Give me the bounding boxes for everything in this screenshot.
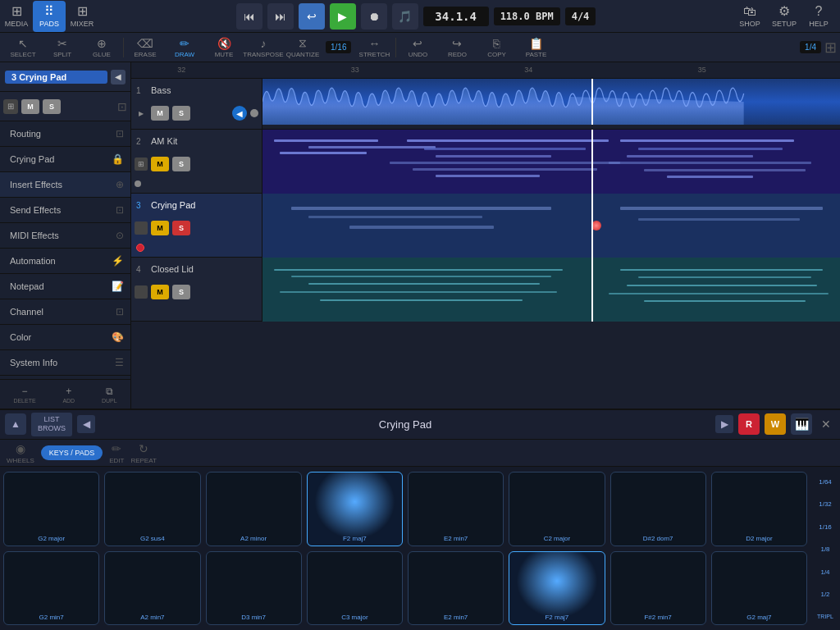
track-play-bass[interactable]: ▶: [135, 107, 148, 120]
mixer-button[interactable]: ⊞ MIXER: [66, 1, 98, 32]
sidebar-item-crying-pad[interactable]: Crying Pad 🔒: [0, 147, 130, 172]
help-button[interactable]: ? HELP: [802, 1, 835, 32]
pad-c3major[interactable]: C3 major: [307, 551, 403, 625]
metronome-button[interactable]: 🎵: [392, 3, 418, 30]
sidebar-item-system-info[interactable]: System Info ☰: [0, 350, 130, 376]
grid-value[interactable]: 1/4: [800, 41, 821, 53]
prev-patch-button[interactable]: ◀: [77, 415, 95, 433]
list-brows-button[interactable]: LIST BROWS: [31, 413, 72, 436]
pad-g2min7[interactable]: G2 min7: [3, 551, 99, 625]
redo-tool[interactable]: ↪ REDO: [437, 34, 477, 62]
setup-button[interactable]: ⚙ SETUP: [768, 1, 801, 32]
panel-expand-button[interactable]: ▲: [5, 413, 26, 435]
note-val-tripl[interactable]: TRIPL: [817, 614, 833, 619]
w-button[interactable]: W: [765, 413, 786, 435]
pad-a2minor[interactable]: A2 minor: [206, 472, 302, 546]
paste-tool[interactable]: 📋 PASTE: [516, 34, 555, 62]
track-right-crypad[interactable]: [262, 194, 840, 258]
note-val-1-32[interactable]: 1/32: [819, 500, 832, 508]
edit-button[interactable]: ✏ EDIT: [109, 442, 124, 464]
sidebar-item-notepad[interactable]: Notepad 📝: [0, 274, 130, 299]
undo-tool[interactable]: ↩ UNDO: [398, 34, 437, 62]
track-right-amkit[interactable]: [262, 130, 840, 194]
erase-tool[interactable]: ⌫ ERASE: [126, 34, 165, 62]
repeat-button[interactable]: ↻ REPEAT: [130, 442, 156, 464]
amkit-mute[interactable]: M: [151, 157, 169, 171]
track-name-bass: Bass: [151, 85, 171, 95]
sidebar-item-insert-effects[interactable]: Insert Effects ⊕: [0, 172, 130, 198]
pad-d3min7[interactable]: D3 min7: [206, 551, 302, 625]
crypad-mute[interactable]: M: [151, 221, 169, 235]
mute-tool[interactable]: 🔇 MUTE: [204, 34, 244, 62]
quantize-value[interactable]: 1/16: [326, 41, 351, 53]
pad-d2dom7[interactable]: D#2 dom7: [610, 472, 706, 546]
pad-f2maj7[interactable]: F2 maj7: [307, 472, 403, 546]
media-button[interactable]: ⊞ MEDIA: [0, 1, 33, 32]
sidebar-item-automation[interactable]: Automation ⚡: [0, 249, 130, 274]
bass-input-dot: [250, 109, 258, 117]
pad-a2min7[interactable]: A2 min7: [104, 551, 200, 625]
grid-icon[interactable]: ⊞: [824, 39, 837, 57]
closedlid-solo[interactable]: S: [172, 285, 190, 299]
track-right-closedlid[interactable]: [262, 258, 840, 322]
keyboard-button[interactable]: 🎹: [791, 413, 812, 435]
pad-d2major[interactable]: D2 major: [711, 472, 807, 546]
closedlid-mute[interactable]: M: [151, 285, 169, 299]
keys-pads-toggle[interactable]: KEYS / PADS: [41, 445, 103, 460]
track-name-closedlid: Closed Lid: [151, 264, 194, 274]
sidebar-item-send-effects[interactable]: Send Effects ⊡: [0, 198, 130, 223]
dupl-button[interactable]: ⧉ DUPL: [102, 386, 117, 404]
play-button[interactable]: ▶: [330, 3, 356, 30]
stretch-tool[interactable]: ↔ STRETCH: [354, 34, 394, 62]
pad-e2min7[interactable]: E2 min7: [408, 472, 504, 546]
glue-tool[interactable]: ⊕ GLUE: [82, 34, 121, 62]
pad-f2maj7-r2[interactable]: F2 maj7: [509, 551, 605, 625]
transpose-tool[interactable]: ♪ TRANSPOSE: [244, 34, 283, 62]
pads-button[interactable]: ⠿ PADS: [33, 1, 66, 32]
shop-button[interactable]: 🛍 SHOP: [733, 1, 766, 32]
note-val-1-2[interactable]: 1/2: [820, 591, 829, 598]
crypad-solo[interactable]: S: [172, 221, 190, 235]
note-val-1-4[interactable]: 1/4: [820, 568, 829, 576]
mute-btn[interactable]: M: [21, 99, 39, 114]
copy-tool[interactable]: ⎘ COPY: [477, 34, 516, 62]
record-button[interactable]: ⏺: [361, 3, 387, 30]
track-right-bass[interactable]: [262, 79, 840, 130]
note-val-1-16[interactable]: 1/16: [819, 523, 832, 531]
time-sig-display[interactable]: 4/4: [565, 7, 596, 25]
sidebar-item-midi-effects[interactable]: MIDI Effects ⊙: [0, 223, 130, 249]
r-button[interactable]: R: [738, 413, 760, 435]
sidebar-item-color[interactable]: Color 🎨: [0, 325, 130, 350]
sidebar-item-routing[interactable]: Routing ⊡: [0, 121, 130, 147]
track-arrow-button[interactable]: ◀: [111, 70, 126, 84]
playhead-bass: [591, 79, 593, 125]
pad-g2maj7[interactable]: G2 maj7: [711, 551, 807, 625]
delete-button[interactable]: − DELETE: [13, 386, 35, 404]
solo-btn[interactable]: S: [43, 99, 61, 114]
track-info-icon[interactable]: ⊞: [3, 99, 18, 114]
note-val-1-64[interactable]: 1/64: [819, 478, 832, 486]
sidebar-item-channel[interactable]: Channel ⊡: [0, 299, 130, 325]
bass-solo[interactable]: S: [172, 106, 190, 121]
rewind-button[interactable]: ⏮: [236, 3, 262, 30]
bpm-display[interactable]: 118.0 BPM: [494, 7, 560, 25]
note-val-1-8[interactable]: 1/8: [820, 546, 829, 553]
quantize-tool[interactable]: ⧖ QUANTIZE: [283, 34, 322, 62]
draw-tool[interactable]: ✏ DRAW: [165, 34, 204, 62]
add-button[interactable]: + ADD: [62, 386, 75, 404]
next-patch-button[interactable]: ▶: [715, 415, 733, 433]
pad-g2major[interactable]: G2 major: [3, 472, 99, 546]
select-tool[interactable]: ↖ SELECT: [3, 34, 43, 62]
wheels-button[interactable]: ◉ WHEELS: [7, 442, 34, 464]
pad-g2sus4[interactable]: G2 sus4: [104, 472, 200, 546]
split-tool[interactable]: ✂ SPLIT: [43, 34, 82, 62]
forward-button[interactable]: ⏭: [267, 3, 294, 30]
bass-record-icon[interactable]: ◀: [232, 106, 247, 121]
pad-e2min7-r2[interactable]: E2 min7: [408, 551, 504, 625]
pad-c2major[interactable]: C2 major: [509, 472, 605, 546]
close-bottom-button[interactable]: ✕: [817, 415, 835, 433]
pad-f2min7[interactable]: F#2 min7: [610, 551, 706, 625]
loop-button[interactable]: ↩: [299, 3, 325, 30]
amkit-solo[interactable]: S: [172, 157, 190, 171]
bass-mute[interactable]: M: [151, 106, 169, 121]
